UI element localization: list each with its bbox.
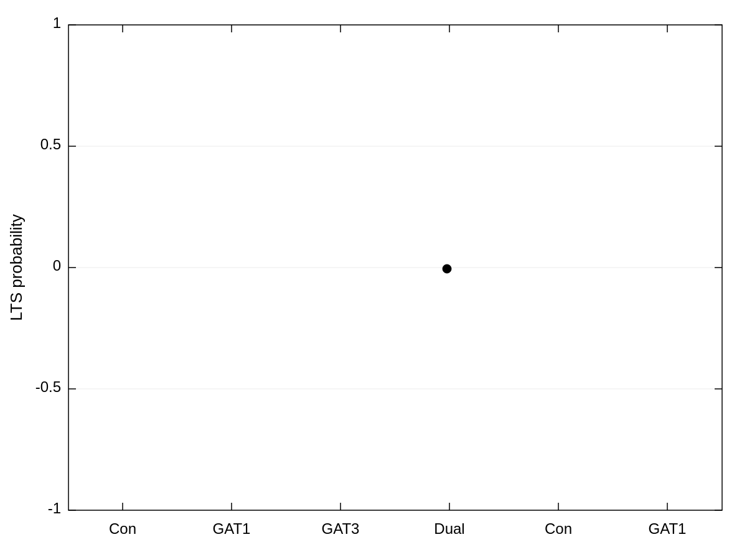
ytick-label-0: 0 [53, 257, 61, 274]
xtick-label-gat1-1: GAT1 [213, 520, 251, 537]
xtick-label-con1: Con [109, 520, 136, 537]
xtick-label-gat3: GAT3 [322, 520, 360, 537]
chart-svg: 1 0.5 0 -0.5 -1 Con GAT1 [0, 0, 747, 560]
ytick-label-neg0-5: -0.5 [35, 378, 61, 395]
xtick-label-dual: Dual [434, 520, 464, 537]
xtick-label-con2: Con [545, 520, 572, 537]
chart-container: 1 0.5 0 -0.5 -1 Con GAT1 [0, 0, 747, 560]
y-axis-label: LTS probability [7, 214, 26, 321]
ytick-label-neg1: -1 [48, 500, 61, 516]
data-point-dual-0 [443, 264, 451, 273]
xtick-label-gat1-2: GAT1 [649, 520, 687, 537]
ytick-label-0-5: 0.5 [40, 136, 61, 152]
ytick-label-1: 1 [53, 14, 61, 31]
